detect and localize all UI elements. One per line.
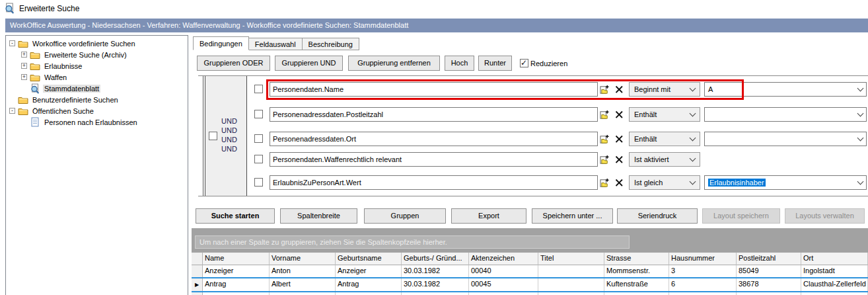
table-cell[interactable]: 00045 xyxy=(469,278,538,292)
delete-condition-icon[interactable] xyxy=(612,133,625,145)
column-header-aktenzeichen[interactable]: Aktenzeichen xyxy=(469,253,538,265)
table-cell[interactable]: 3 xyxy=(669,265,737,278)
tree-collapse-icon[interactable]: - xyxy=(9,40,15,46)
delete-condition-icon[interactable] xyxy=(612,177,625,189)
gruppieren-und-button[interactable]: Gruppieren UND xyxy=(275,56,343,71)
operator-select[interactable]: Ist gleich xyxy=(629,175,700,190)
value-combo[interactable]: Erlaubnisinhaber xyxy=(704,175,867,190)
condition-field-input[interactable] xyxy=(270,175,598,190)
table-cell[interactable]: Mommsenstr. xyxy=(604,265,669,278)
condition-field-input[interactable] xyxy=(270,82,598,97)
column-header-geburtsdatum[interactable]: Geburts-/ Gründ... xyxy=(402,253,469,265)
column-header-ort[interactable]: Ort xyxy=(801,253,868,265)
column-header-strasse[interactable]: Strasse xyxy=(604,253,669,265)
column-header-name[interactable]: Name xyxy=(203,253,270,265)
condition-field-input[interactable] xyxy=(270,132,598,146)
delete-condition-icon[interactable] xyxy=(612,153,625,165)
table-cell[interactable]: Antrag xyxy=(336,278,402,292)
tree-item-oeffentlichen-suche[interactable]: - Öffentlichen Suche xyxy=(6,105,188,116)
tree-item-waffen[interactable]: + Waffen xyxy=(6,71,188,83)
seriendruck-button[interactable]: Seriendruck xyxy=(617,208,698,224)
gruppen-button[interactable]: Gruppen xyxy=(364,208,446,224)
condition-checkbox[interactable] xyxy=(254,85,263,93)
column-header-vorname[interactable]: Vorname xyxy=(270,253,336,265)
row-selector-cell[interactable] xyxy=(192,265,203,278)
condition-checkbox[interactable] xyxy=(254,110,263,118)
suche-starten-button[interactable]: Suche starten xyxy=(196,208,275,224)
condition-row: Ist aktiviert xyxy=(198,152,868,167)
gruppierung-entfernen-button[interactable]: Gruppierung entfernen xyxy=(348,56,440,71)
table-cell[interactable]: 00040 xyxy=(469,265,538,278)
operator-select[interactable]: Enthält xyxy=(629,132,700,146)
table-cell[interactable]: Clausthal-Zellerfeld xyxy=(801,278,868,292)
tree-expand-icon[interactable]: + xyxy=(21,74,27,80)
group-by-hint: Um nach einer Spalte zu gruppieren, zieh… xyxy=(195,235,630,249)
folder-icon xyxy=(30,50,40,60)
add-condition-icon[interactable] xyxy=(598,83,611,95)
column-header-postleitzahl[interactable]: Postleitzahl xyxy=(737,253,801,265)
reduzieren-checkbox[interactable] xyxy=(520,59,528,67)
chevron-down-icon xyxy=(690,85,696,92)
column-header-titel[interactable]: Titel xyxy=(538,253,604,265)
table-cell[interactable]: Antrag xyxy=(203,278,270,292)
table-cell[interactable]: Ingolstadt xyxy=(801,265,868,278)
table-cell[interactable]: 30.03.1982 xyxy=(402,265,469,278)
add-condition-icon[interactable] xyxy=(598,108,611,120)
tab-feldauswahl[interactable]: Feldauswahl xyxy=(249,38,303,50)
current-row-indicator[interactable]: ▶ xyxy=(192,278,203,292)
condition-checkbox[interactable] xyxy=(254,178,263,187)
condition-checkbox[interactable] xyxy=(254,155,263,163)
add-condition-icon[interactable] xyxy=(598,133,611,145)
table-cell[interactable] xyxy=(538,278,604,292)
tree-item-personen-nach-erlaubnissen[interactable]: Personen nach Erlaubnissen xyxy=(6,116,188,128)
delete-condition-icon[interactable] xyxy=(612,83,625,95)
tree-item-label: Öffentlichen Suche xyxy=(31,107,95,115)
condition-field-input[interactable] xyxy=(270,107,598,122)
condition-checkbox[interactable] xyxy=(254,134,263,143)
tree-expand-icon[interactable]: + xyxy=(21,52,27,58)
value-combo[interactable] xyxy=(704,107,867,122)
value-combo[interactable] xyxy=(704,132,867,146)
table-cell[interactable] xyxy=(538,265,604,278)
column-header-hausnummer[interactable]: Hausnummer xyxy=(669,253,737,265)
condition-field-input[interactable] xyxy=(270,152,598,167)
tab-bedingungen[interactable]: Bedingungen xyxy=(193,36,249,50)
gruppieren-oder-button[interactable]: Gruppieren ODER xyxy=(197,56,270,71)
tree-item-erweiterte-suche-archiv[interactable]: + Erweiterte Suche (Archiv) xyxy=(6,49,188,60)
value-combo[interactable]: A xyxy=(704,82,867,97)
table-cell[interactable]: Kuftenstraße xyxy=(604,278,669,292)
tree-item-stammdatenblatt[interactable]: Stammdatenblatt xyxy=(6,83,188,94)
operator-select[interactable]: Ist aktiviert xyxy=(629,152,700,167)
table-cell[interactable]: 38678 xyxy=(737,278,801,292)
tree-item-benutzerdefinierte-suchen[interactable]: Benutzerdefinierte Suchen xyxy=(6,94,188,105)
group-by-panel[interactable]: Um nach einer Spalte zu gruppieren, zieh… xyxy=(192,228,868,252)
operator-select[interactable]: Beginnt mit xyxy=(629,82,700,97)
folder-icon xyxy=(18,95,28,105)
table-cell[interactable]: 6 xyxy=(669,278,737,292)
tree-item-erlaubnisse[interactable]: + Erlaubnisse xyxy=(6,60,188,71)
add-condition-icon[interactable] xyxy=(598,177,611,189)
hoch-button[interactable]: Hoch xyxy=(445,56,474,71)
reduzieren-label: Reduzieren xyxy=(530,60,567,67)
runter-button[interactable]: Runter xyxy=(478,56,512,71)
chevron-down-icon xyxy=(857,179,864,185)
spaltenbreite-button[interactable]: Spaltenbreite xyxy=(280,208,357,224)
table-cell[interactable]: Anton xyxy=(270,265,336,278)
table-cell[interactable]: Anzeiger xyxy=(336,265,402,278)
operator-select[interactable]: Enthält xyxy=(629,107,700,122)
table-cell[interactable]: Albert xyxy=(270,278,336,292)
erweiterte-suche-window: Erweiterte Suche WorkOffice Auswertung -… xyxy=(0,0,868,295)
add-condition-icon[interactable] xyxy=(598,153,611,165)
delete-condition-icon[interactable] xyxy=(612,108,625,120)
table-cell[interactable]: 85049 xyxy=(737,265,801,278)
tree-item-workoffice-vordefinierte-suchen[interactable]: - Workoffice vordefinierte Suchen xyxy=(6,38,188,49)
tree-collapse-icon[interactable]: - xyxy=(9,108,15,114)
column-header-geburtsname[interactable]: Geburtsname xyxy=(336,253,402,265)
speichern-unter-button[interactable]: Speichern unter ... xyxy=(532,208,613,224)
tree-expand-icon[interactable]: + xyxy=(21,63,27,69)
export-button[interactable]: Export xyxy=(451,208,526,224)
tree-item-label: Erweiterte Suche (Archiv) xyxy=(43,51,128,59)
tab-beschreibung[interactable]: Beschreibung xyxy=(303,38,359,50)
table-cell[interactable]: Anzeiger xyxy=(203,265,270,278)
table-cell[interactable]: 30.03.1982 xyxy=(402,278,469,292)
